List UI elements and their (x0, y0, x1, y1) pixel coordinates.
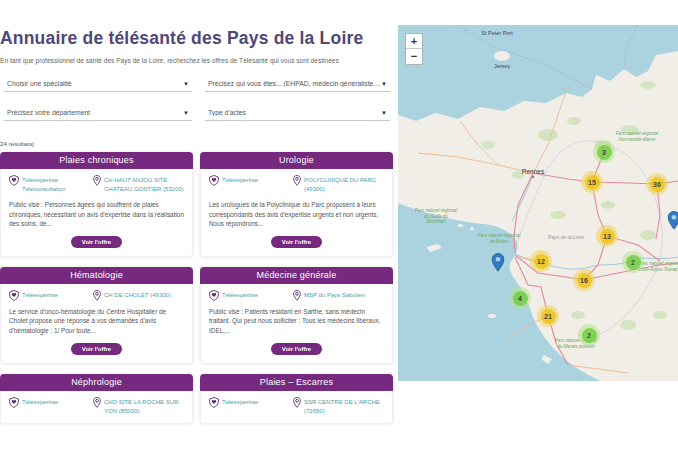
offer-card: Médecine générale Téléexpertise (200, 267, 393, 364)
map-cluster-marker[interactable]: 2 (622, 251, 644, 273)
location-pin-icon (293, 397, 301, 408)
offer-card-title: Médecine générale (200, 267, 393, 284)
offer-types: Téléexpertise (22, 290, 58, 300)
offer-location: CH HAUT ANJOU SITE CHATEAU GONTIER (5320… (104, 175, 184, 194)
chevron-down-icon: ▼ (381, 110, 390, 116)
offer-types: Téléexpertise (222, 397, 258, 407)
teleexpertise-shield-icon (209, 397, 219, 408)
teleexpertise-shield-icon (9, 290, 19, 301)
chevron-down-icon: ▼ (183, 81, 192, 87)
offer-description: Public visé : Patients résidant en Sarth… (209, 307, 384, 336)
filters: Choisir une spécialité ▼ Précisez qui vo… (4, 76, 390, 121)
offer-card-title: Plaies chroniques (0, 152, 193, 169)
chevron-down-icon: ▼ (183, 110, 192, 116)
filter-select[interactable]: Précisez votre département ▼ (4, 105, 192, 121)
basemap (398, 25, 678, 381)
voir-offre-button[interactable]: Voir l'offre (271, 343, 322, 355)
zoom-in-button[interactable]: + (406, 34, 422, 49)
location-pin-icon (293, 290, 301, 301)
page-subtitle: En tant que professionnel de santé des P… (0, 57, 390, 64)
voir-offre-button[interactable]: Voir l'offre (271, 236, 322, 248)
filter-placeholder: Précisez votre département (4, 109, 90, 116)
offer-location: SSR CENTRE DE L'ARCHE (72650) (304, 397, 384, 416)
directory-panel: Annuaire de télésanté des Pays de la Loi… (0, 0, 394, 454)
teleexpertise-shield-icon (9, 175, 19, 186)
filter-select[interactable]: Choisir une spécialité ▼ (4, 76, 192, 92)
offer-description: Les urologues de la Polyclinique du Parc… (209, 200, 384, 229)
offer-card-body: Téléexpertise CH DE CHOLET (49300) Le se… (0, 284, 193, 364)
offer-card-body: Téléexpertise POLYCLINIQUE DU PARC (4930… (200, 169, 393, 257)
location-pin-icon (93, 175, 101, 186)
offer-location: CH DE CHOLET (49300) (104, 290, 171, 300)
offer-card: Néphrologie Téléexpertise (0, 374, 193, 424)
filter-placeholder: Choisir une spécialité (4, 80, 72, 87)
offer-card-title: Hématologie (0, 267, 193, 284)
map-cluster-marker[interactable]: 2 (578, 324, 600, 346)
teleexpertise-shield-icon (209, 290, 219, 301)
offer-card-body: TéléexpertiseTéléconsultation CH HAUT AN… (0, 169, 193, 257)
zoom-out-button[interactable]: − (406, 49, 422, 64)
offer-cards: Plaies chroniques TéléexpertiseTéléconsu… (0, 152, 394, 424)
voir-offre-button[interactable]: Voir l'offre (71, 343, 122, 355)
map-cluster-marker[interactable]: 21 (537, 305, 559, 327)
map-cluster-marker[interactable]: 15 (581, 171, 603, 193)
map-pin-icon[interactable] (668, 211, 678, 230)
voir-offre-button[interactable]: Voir l'offre (71, 236, 122, 248)
offer-description: Le service d'onco-hématologie du Centre … (9, 307, 184, 336)
map-cluster-marker[interactable]: 3 (593, 141, 615, 163)
map-cluster-marker[interactable]: 16 (573, 269, 595, 291)
filter-placeholder: Type d'actes (205, 109, 246, 116)
offer-types: Téléexpertise (22, 397, 58, 407)
offer-location: MSP du Pays Sabolien (304, 290, 365, 300)
offer-card-body: Téléexpertise SSR CENTRE DE L'ARCHE (726… (200, 391, 393, 424)
chevron-down-icon: ▼ (381, 81, 390, 87)
offer-card: Hématologie Téléexpertise (0, 267, 193, 364)
location-pin-icon (93, 290, 101, 301)
filter-select[interactable]: Précisez qui vous êtes... (EHPAD, médeci… (205, 76, 390, 92)
page-title: Annuaire de télésanté des Pays de la Loi… (0, 28, 390, 49)
filter-select[interactable]: Type d'actes ▼ (205, 105, 390, 121)
results-count: (24 résultats) (0, 140, 34, 147)
offer-card: Plaies – Escarres Téléexpertise (200, 374, 393, 424)
offer-types: TéléexpertiseTéléconsultation (22, 175, 66, 194)
map-pin-icon[interactable] (492, 253, 505, 272)
page: Annuaire de télésanté des Pays de la Loi… (0, 0, 678, 454)
offer-types: Téléexpertise (222, 290, 258, 300)
offer-location: POLYCLINIQUE DU PARC (49300) (304, 175, 384, 194)
map-cluster-marker[interactable]: 36 (646, 173, 668, 195)
offer-card: Urologie Téléexpertise (200, 152, 393, 257)
offer-location: CHD SITE LA ROCHE SUR YON (85000) (104, 397, 184, 416)
offer-card-title: Urologie (200, 152, 393, 169)
location-pin-icon (293, 175, 301, 186)
filter-placeholder: Précisez qui vous êtes... (EHPAD, médeci… (205, 80, 381, 87)
map-zoom-control: + − (405, 33, 423, 65)
map-cluster-marker[interactable]: 12 (530, 250, 552, 272)
teleexpertise-shield-icon (9, 397, 19, 408)
offer-card-title: Plaies – Escarres (200, 374, 393, 391)
location-pin-icon (93, 397, 101, 408)
offer-card-body: Téléexpertise CHD SITE LA ROCHE SUR YON … (0, 391, 193, 424)
teleexpertise-shield-icon (209, 175, 219, 186)
offer-card-body: Téléexpertise MSP du Pays Sabolien Publi… (200, 284, 393, 364)
offer-card: Plaies chroniques TéléexpertiseTéléconsu… (0, 152, 193, 257)
map[interactable]: St Peter PortJerseyRennesParc naturel ré… (398, 25, 678, 381)
offer-card-title: Néphrologie (0, 374, 193, 391)
map-cluster-marker[interactable]: 4 (509, 287, 531, 309)
map-cluster-marker[interactable]: 13 (596, 225, 618, 247)
offer-description: Public visé : Personnes âgées qui souffr… (9, 200, 184, 229)
offer-types: Téléexpertise (222, 175, 258, 185)
